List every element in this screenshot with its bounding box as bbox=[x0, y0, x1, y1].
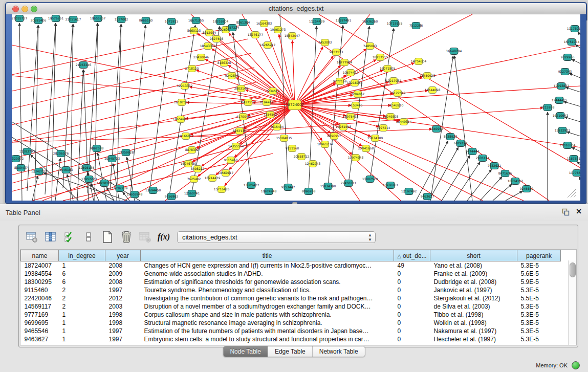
table-row[interactable]: 1456911722003Disruption of a novel membe… bbox=[21, 302, 561, 311]
table-row[interactable]: 977716911998Corpus callosum shape and si… bbox=[21, 311, 561, 319]
network-edge[interactable] bbox=[295, 105, 362, 146]
table-scrollbar-thumb[interactable] bbox=[570, 262, 576, 277]
table-row[interactable]: 946362711997Embryonic stem cells: a mode… bbox=[21, 335, 561, 343]
show-columns-icon[interactable] bbox=[63, 230, 76, 244]
table-cell: 1 bbox=[59, 311, 105, 319]
table-row[interactable]: 2242004622012Investigating the contribut… bbox=[21, 294, 561, 302]
table-cell: 9463627 bbox=[21, 335, 59, 343]
window-title: citations_edges.txt bbox=[6, 3, 586, 14]
network-edge[interactable] bbox=[442, 156, 470, 201]
column-header-pagerank[interactable]: pagerank bbox=[517, 250, 561, 261]
resize-grip-icon[interactable] bbox=[574, 195, 576, 198]
column-header-year[interactable]: year bbox=[105, 250, 141, 261]
network-edge[interactable] bbox=[211, 49, 295, 105]
network-edge[interactable] bbox=[150, 26, 171, 189]
table-cell: 5.3E-5 bbox=[517, 327, 561, 335]
network-edge[interactable] bbox=[569, 73, 580, 78]
new-file-icon[interactable] bbox=[101, 230, 114, 244]
table-cell: 2009 bbox=[105, 270, 141, 278]
table-row[interactable]: 1938455462009Genome-wide association stu… bbox=[21, 270, 561, 278]
table-options-icon[interactable] bbox=[25, 230, 38, 244]
network-edge[interactable] bbox=[565, 117, 580, 122]
network-node-label: 7615404 bbox=[270, 125, 284, 128]
network-edge[interactable] bbox=[454, 162, 480, 201]
network-node-label: 7234512 bbox=[266, 89, 280, 93]
network-edge[interactable] bbox=[12, 53, 251, 108]
table-cell: de Silva et al. (2003) bbox=[430, 302, 517, 311]
table-selector-dropdown[interactable]: citations_edges.txt ▲▼ bbox=[177, 231, 376, 243]
column-header-out_de[interactable]: △out_de... bbox=[394, 250, 430, 261]
column-header-title[interactable]: title bbox=[141, 250, 394, 261]
close-window-button[interactable] bbox=[12, 6, 19, 12]
network-edge[interactable] bbox=[186, 102, 295, 105]
network-node-label: 9474444 bbox=[466, 149, 480, 153]
resize-grip-icon[interactable] bbox=[571, 192, 576, 198]
network-edge[interactable] bbox=[429, 147, 459, 201]
tab-node-table[interactable]: Node Table bbox=[223, 346, 268, 357]
network-edge[interactable] bbox=[579, 177, 580, 179]
network-edge[interactable] bbox=[295, 82, 389, 105]
close-panel-icon[interactable]: ✕ bbox=[576, 207, 582, 215]
network-edge[interactable] bbox=[566, 87, 580, 92]
network-edge[interactable] bbox=[577, 162, 580, 165]
table-row[interactable]: 946554611997Estimation of the future num… bbox=[21, 327, 561, 335]
network-node-label: 16782739 bbox=[112, 186, 128, 190]
network-node-label: 8186328 bbox=[217, 61, 231, 64]
network-edge[interactable] bbox=[467, 169, 491, 201]
network-edge[interactable] bbox=[578, 32, 580, 35]
table-row[interactable]: 1830029562008Estimation of significance … bbox=[21, 278, 561, 286]
table-row[interactable]: 911546021997Tourette syndrome. Phenomeno… bbox=[21, 286, 561, 294]
memory-status-indicator[interactable] bbox=[572, 361, 580, 369]
network-node-label: 17359928 bbox=[118, 150, 134, 154]
window-titlebar[interactable]: citations_edges.txt bbox=[6, 3, 586, 14]
network-edge[interactable] bbox=[295, 105, 442, 201]
network-node-label: 9097588 bbox=[90, 146, 104, 150]
table-scrollbar[interactable] bbox=[568, 260, 576, 345]
network-node-label: 18724007 bbox=[286, 103, 304, 107]
column-header-in_degree[interactable]: in_degree bbox=[59, 250, 105, 261]
table-cell: 0 bbox=[394, 286, 430, 294]
tab-network-table[interactable]: Network Table bbox=[312, 346, 365, 357]
network-edge[interactable] bbox=[480, 177, 502, 201]
minimize-window-button[interactable] bbox=[21, 6, 28, 12]
network-node-label: 16936261 bbox=[383, 183, 399, 187]
network-edge[interactable] bbox=[567, 132, 580, 136]
column-header-short[interactable]: short bbox=[430, 250, 517, 261]
table-cell: 2 bbox=[59, 302, 105, 311]
network-edge[interactable] bbox=[564, 102, 580, 106]
network-node-label: 16164383 bbox=[256, 21, 272, 25]
network-node-label: 16046780 bbox=[181, 162, 197, 165]
network-node-label: 22420046 bbox=[193, 55, 209, 59]
table-cell: Tourette syndrome. Phenomenology and cla… bbox=[141, 286, 394, 294]
float-panel-icon[interactable] bbox=[562, 208, 570, 216]
network-node-label: 8215958 bbox=[541, 105, 555, 109]
network-edge[interactable] bbox=[572, 59, 580, 63]
delete-column-icon[interactable] bbox=[120, 230, 133, 244]
network-edge[interactable] bbox=[454, 56, 472, 201]
zoom-window-button[interactable] bbox=[31, 6, 37, 12]
status-bar: Memory: OK bbox=[0, 358, 588, 372]
network-edge[interactable] bbox=[117, 24, 121, 201]
network-edge[interactable] bbox=[19, 23, 22, 201]
network-node-label: 20658712 bbox=[294, 155, 310, 158]
network-edge[interactable] bbox=[416, 141, 448, 201]
table-row[interactable]: 1872400712008Changes of HCN gene express… bbox=[21, 261, 561, 270]
network-edge[interactable] bbox=[493, 184, 512, 201]
table-row[interactable]: 969969511998Structural magnetic resonanc… bbox=[21, 319, 561, 327]
network-edge[interactable] bbox=[12, 105, 295, 183]
attribute-table: namein_degreeyeartitle△out_de...shortpag… bbox=[20, 250, 561, 343]
select-column-icon[interactable] bbox=[44, 230, 57, 244]
network-edge[interactable] bbox=[113, 163, 119, 201]
network-edge[interactable] bbox=[110, 24, 121, 190]
function-builder-icon[interactable]: f(x) bbox=[158, 232, 170, 242]
table-cell: 14569117 bbox=[21, 302, 59, 311]
tab-edge-table[interactable]: Edge Table bbox=[268, 346, 312, 357]
row-height-icon[interactable] bbox=[82, 230, 95, 244]
network-node-label: 12093832 bbox=[554, 84, 570, 87]
network-edge[interactable] bbox=[12, 68, 254, 125]
network-canvas[interactable]: 8660123891295422260538982750818543362224… bbox=[12, 14, 580, 201]
column-header-name[interactable]: name bbox=[21, 250, 59, 261]
network-edge[interactable] bbox=[572, 147, 580, 151]
network-node-label: 21053346 bbox=[76, 63, 92, 67]
network-edge[interactable] bbox=[67, 174, 73, 201]
